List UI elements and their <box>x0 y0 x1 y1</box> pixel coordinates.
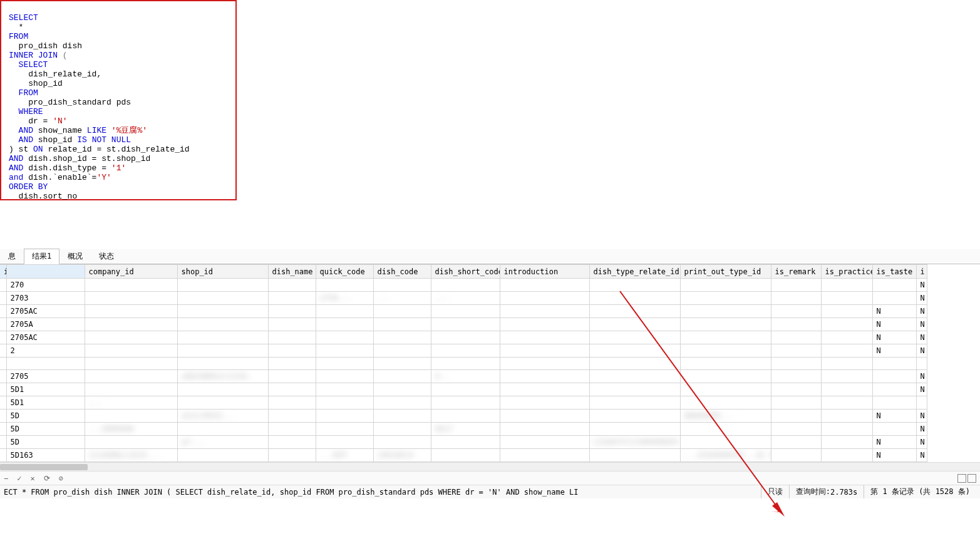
table-cell[interactable] <box>431 396 500 410</box>
table-cell[interactable] <box>268 331 316 344</box>
table-cell[interactable]: N <box>916 279 927 292</box>
table-row[interactable]: 270N <box>0 279 927 292</box>
col-header-id[interactable]: i <box>0 265 6 279</box>
col-header-selected[interactable] <box>6 265 85 279</box>
table-cell[interactable]: ... <box>431 292 500 305</box>
col-header-introduction[interactable]: introduction <box>500 265 589 279</box>
table-cell[interactable] <box>500 410 589 423</box>
table-cell[interactable] <box>589 383 680 396</box>
table-cell[interactable]: 5D1 <box>6 396 85 410</box>
table-cell[interactable]: N <box>916 383 927 396</box>
table-cell[interactable] <box>589 344 680 358</box>
table-row[interactable]: 2705ANN <box>0 318 927 331</box>
table-cell[interactable] <box>872 279 916 292</box>
table-row[interactable]: 5D1N <box>0 383 927 396</box>
minus-icon[interactable]: − <box>4 474 8 483</box>
table-cell[interactable] <box>500 370 589 383</box>
table-cell[interactable] <box>680 292 771 305</box>
table-cell[interactable] <box>85 279 177 292</box>
table-cell[interactable]: ...555000097B...UL N <box>680 449 771 462</box>
table-cell[interactable] <box>0 410 6 423</box>
table-cell[interactable] <box>268 318 316 331</box>
col-header-is-remark[interactable]: is_remark <box>771 265 821 279</box>
table-cell[interactable] <box>771 436 821 449</box>
table-cell[interactable]: N <box>872 449 916 462</box>
table-cell[interactable] <box>0 318 6 331</box>
table-cell[interactable] <box>85 370 177 383</box>
table-cell[interactable] <box>0 292 6 305</box>
table-cell[interactable]: 5D1 <box>6 383 85 396</box>
table-cell[interactable] <box>0 396 6 410</box>
refresh-icon[interactable]: ⟳ <box>44 474 50 483</box>
table-cell[interactable] <box>177 279 268 292</box>
table-cell[interactable] <box>771 318 821 331</box>
table-cell[interactable] <box>821 370 872 383</box>
table-cell[interactable] <box>316 279 373 292</box>
table-cell[interactable] <box>500 331 589 344</box>
table-cell[interactable] <box>0 279 6 292</box>
table-cell[interactable] <box>821 358 872 370</box>
table-cell[interactable] <box>268 436 316 449</box>
table-cell[interactable] <box>589 305 680 318</box>
table-cell[interactable] <box>177 358 268 370</box>
table-cell[interactable] <box>177 305 268 318</box>
table-cell[interactable] <box>500 358 589 370</box>
table-cell[interactable] <box>589 279 680 292</box>
table-cell[interactable]: 5D <box>6 436 85 449</box>
table-cell[interactable]: ... <box>85 396 177 410</box>
table-row[interactable]: 2705ACNN <box>0 305 927 318</box>
table-cell[interactable]: N <box>916 318 927 331</box>
grid-view-icon[interactable] <box>957 474 966 483</box>
col-header-dish-code[interactable]: dish_code <box>373 265 431 279</box>
table-cell[interactable]: N <box>916 331 927 344</box>
table-cell[interactable] <box>589 331 680 344</box>
table-cell[interactable] <box>500 279 589 292</box>
table-cell[interactable] <box>872 396 916 410</box>
table-cell[interactable] <box>680 383 771 396</box>
table-cell[interactable] <box>177 331 268 344</box>
table-cell[interactable] <box>771 358 821 370</box>
table-cell[interactable] <box>771 396 821 410</box>
table-cell[interactable]: N <box>872 410 916 423</box>
tab-profile[interactable]: 概况 <box>59 249 91 264</box>
table-cell[interactable]: N <box>916 436 927 449</box>
table-cell[interactable] <box>500 449 589 462</box>
table-cell[interactable] <box>771 449 821 462</box>
table-cell[interactable] <box>373 410 431 423</box>
table-cell[interactable]: 5D163 <box>6 449 85 462</box>
table-cell[interactable] <box>85 383 177 396</box>
table-cell[interactable]: N <box>872 318 916 331</box>
table-cell[interactable] <box>589 410 680 423</box>
table-cell[interactable]: 2703 <box>6 292 85 305</box>
table-cell[interactable]: uD819HRh1C1225L <box>177 370 268 383</box>
table-cell[interactable] <box>373 370 431 383</box>
table-cell[interactable] <box>431 383 500 396</box>
table-cell[interactable] <box>771 279 821 292</box>
table-cell[interactable] <box>177 396 268 410</box>
table-row[interactable]: 5D1... <box>0 396 927 410</box>
col-header-dish-type-relate-id[interactable]: dish_type_relate_id <box>589 265 680 279</box>
table-cell[interactable]: LPYD... <box>316 292 373 305</box>
table-cell[interactable] <box>589 423 680 436</box>
table-cell[interactable] <box>771 370 821 383</box>
table-cell[interactable] <box>589 358 680 370</box>
table-cell[interactable] <box>771 344 821 358</box>
table-cell[interactable] <box>821 305 872 318</box>
table-cell[interactable] <box>316 396 373 410</box>
table-cell[interactable] <box>916 396 927 410</box>
table-cell[interactable] <box>821 396 872 410</box>
table-cell[interactable] <box>431 358 500 370</box>
table-cell[interactable] <box>771 331 821 344</box>
col-header-print-out-type-id[interactable]: print_out_type_id <box>680 265 771 279</box>
table-cell[interactable]: N <box>916 449 927 462</box>
table-cell[interactable] <box>177 383 268 396</box>
table-cell[interactable] <box>373 358 431 370</box>
table-cell[interactable] <box>500 305 589 318</box>
table-cell[interactable]: N <box>872 344 916 358</box>
table-cell[interactable] <box>589 292 680 305</box>
table-cell[interactable]: N <box>916 292 927 305</box>
table-cell[interactable] <box>821 318 872 331</box>
col-header-is-practice[interactable]: is_practice <box>821 265 872 279</box>
table-row[interactable]: 5D...00000080017N <box>0 423 927 436</box>
table-cell[interactable] <box>680 423 771 436</box>
